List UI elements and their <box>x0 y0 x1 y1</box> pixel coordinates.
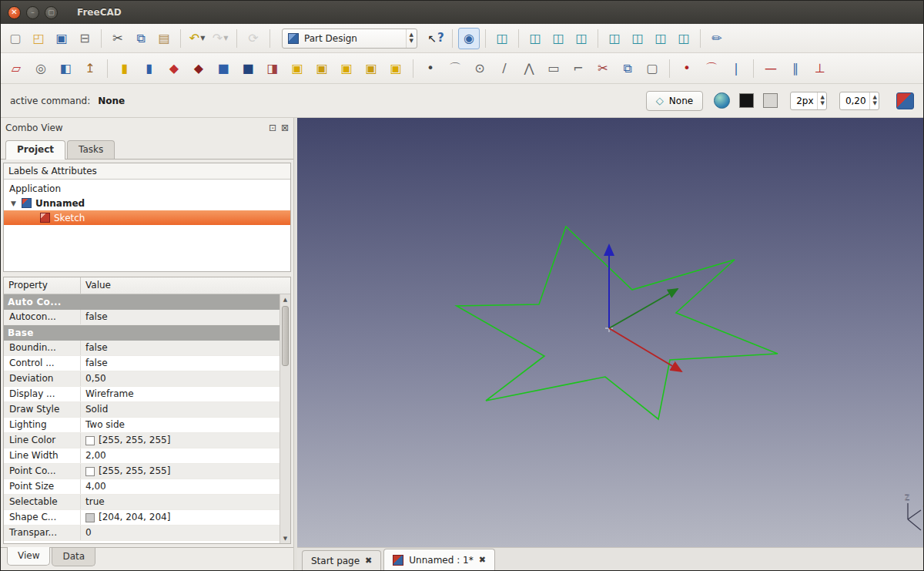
view-isometric-button[interactable]: ◫ <box>491 28 513 49</box>
property-row[interactable]: Line Width2,00 <box>4 448 280 464</box>
tree-item-document[interactable]: ▼ Unnamed <box>4 196 290 210</box>
copy-button[interactable]: ⧉ <box>130 28 152 49</box>
property-value[interactable]: Two side <box>81 418 280 432</box>
property-value[interactable]: 4,00 <box>81 479 280 494</box>
groove-button[interactable]: ◆ <box>187 57 210 80</box>
style-sphere-icon[interactable] <box>714 92 730 109</box>
property-row[interactable]: Draw StyleSolid <box>4 402 280 418</box>
refresh-button[interactable]: ⟳ <box>243 28 264 49</box>
text-scale-spinner[interactable]: 0,20 ▲▼ <box>839 92 879 110</box>
create-rectangle-button[interactable]: ▭ <box>542 57 565 80</box>
window-close-button[interactable]: ✕ <box>8 6 21 19</box>
apply-style-button[interactable] <box>896 92 914 109</box>
toggle-construction-button[interactable]: | <box>725 57 748 80</box>
property-row[interactable]: Line Color[255, 255, 255] <box>4 433 280 448</box>
line-width-spinner-icons[interactable]: ▲▼ <box>817 92 825 109</box>
text-scale-spinner-icons[interactable]: ▲▼ <box>869 92 877 109</box>
close-tab-icon[interactable]: ✖ <box>365 556 372 566</box>
property-value[interactable]: [204, 204, 204] <box>81 510 280 525</box>
scrollbar-track[interactable] <box>280 304 290 533</box>
view-top-button[interactable]: ◫ <box>547 28 569 49</box>
tab-start-page[interactable]: Start page ✖ <box>302 550 381 570</box>
float-panel-icon[interactable]: ⊡ <box>269 123 276 133</box>
property-value[interactable]: Wireframe <box>81 387 280 401</box>
measure-distance-button[interactable]: ✏ <box>706 28 728 49</box>
open-document-button[interactable]: ◰ <box>28 28 49 49</box>
property-row[interactable]: Deviation0,50 <box>4 371 280 387</box>
pad-button[interactable]: ▮ <box>113 57 136 80</box>
tab-data[interactable]: Data <box>52 548 95 566</box>
line-width-spinner[interactable]: 2px ▲▼ <box>790 92 827 110</box>
property-value[interactable]: 0 <box>81 526 280 540</box>
workbench-selector[interactable]: Part Design ▲▼ <box>282 29 417 49</box>
fillet-button[interactable]: ■ <box>212 57 235 80</box>
constrain-coincident-button[interactable]: • <box>675 57 698 80</box>
create-point-button[interactable]: • <box>419 57 442 80</box>
print-document-button[interactable]: ⊟ <box>74 28 95 49</box>
property-row[interactable]: Autocon...false <box>4 310 280 325</box>
property-group-header[interactable]: Auto Co... <box>4 294 280 310</box>
tree-body[interactable]: Application ▼ Unnamed Sketch <box>4 180 290 271</box>
property-scrollbar[interactable]: ▲ ▼ <box>280 294 290 543</box>
combo-view-titlebar[interactable]: Combo View ⊡ ⊠ <box>1 118 293 138</box>
cut-button[interactable]: ✂ <box>107 28 129 49</box>
tree-item-sketch[interactable]: Sketch <box>4 210 290 225</box>
polar-pattern-button[interactable]: ▣ <box>335 57 358 80</box>
3d-viewport[interactable]: Z Y X <box>297 118 923 547</box>
property-value[interactable]: Solid <box>81 402 280 417</box>
tab-view[interactable]: View <box>7 547 50 566</box>
view-right-button[interactable]: ◫ <box>571 28 592 49</box>
save-document-button[interactable]: ▣ <box>51 28 72 49</box>
property-value[interactable]: true <box>81 495 280 509</box>
scaled-button[interactable]: ▣ <box>360 57 383 80</box>
redo-dropdown-icon[interactable]: ▼ <box>223 35 228 42</box>
property-row[interactable]: LightingTwo side <box>4 418 280 433</box>
create-fillet-button[interactable]: ⌐ <box>567 57 590 80</box>
constrain-horizontal-button[interactable]: — <box>759 57 782 80</box>
face-color-swatch[interactable] <box>763 93 778 108</box>
create-arc-button[interactable]: ⌒ <box>444 57 467 80</box>
chamfer-button[interactable]: ■ <box>236 57 259 80</box>
property-value[interactable]: [255, 255, 255] <box>81 464 280 479</box>
property-value[interactable]: false <box>81 341 280 355</box>
mirrored-button[interactable]: ▣ <box>286 57 309 80</box>
view-axonometric-button[interactable]: ◫ <box>673 28 695 49</box>
property-value[interactable]: 2,00 <box>81 448 280 463</box>
property-row[interactable]: Shape C...[204, 204, 204] <box>4 510 280 526</box>
leave-sketch-button[interactable]: ↥ <box>79 57 102 80</box>
scroll-down-icon[interactable]: ▼ <box>283 533 287 543</box>
property-row[interactable]: Selectabletrue <box>4 495 280 510</box>
tab-project[interactable]: Project <box>5 140 65 160</box>
property-row[interactable]: Point Size4,00 <box>4 479 280 495</box>
window-maximize-button[interactable]: ▢ <box>45 6 58 19</box>
window-minimize-button[interactable]: – <box>26 6 39 19</box>
tab-tasks[interactable]: Tasks <box>67 140 115 159</box>
view-rear-button[interactable]: ◫ <box>604 28 625 49</box>
edit-sketch-button[interactable]: ◎ <box>29 57 52 80</box>
fit-all-button[interactable]: ◉ <box>458 28 480 49</box>
whats-this-button[interactable]: ↖ ? <box>425 28 447 49</box>
create-line-button[interactable]: / <box>493 57 516 80</box>
tree-item-application[interactable]: Application <box>4 181 290 196</box>
new-sketch-button[interactable]: ▱ <box>5 57 28 80</box>
property-row[interactable]: Transpar...0 <box>4 526 280 541</box>
property-row[interactable]: Display ...Wireframe <box>4 387 280 402</box>
scroll-up-icon[interactable]: ▲ <box>283 294 287 304</box>
property-row[interactable]: Point Co...[255, 255, 255] <box>4 464 280 479</box>
create-circle-button[interactable]: ⊙ <box>468 57 491 80</box>
multitransform-button[interactable]: ▣ <box>384 57 407 80</box>
titlebar[interactable]: ✕ – ▢ FreeCAD <box>1 1 923 24</box>
external-geometry-button[interactable]: ⧉ <box>616 57 639 80</box>
property-value[interactable]: 0,50 <box>81 371 280 386</box>
line-color-swatch[interactable] <box>739 93 754 108</box>
create-polyline-button[interactable]: ⋀ <box>517 57 541 80</box>
property-row[interactable]: Control ...false <box>4 356 280 371</box>
redo-button[interactable]: ↷▼ <box>209 28 231 49</box>
paste-button[interactable]: ▤ <box>153 28 175 49</box>
property-row[interactable]: Boundin...false <box>4 341 280 356</box>
create-slot-button[interactable]: ▢ <box>641 57 664 80</box>
map-sketch-button[interactable]: ◧ <box>54 57 77 80</box>
view-left-button[interactable]: ◫ <box>650 28 671 49</box>
draft-button[interactable]: ◨ <box>261 57 284 80</box>
revolution-button[interactable]: ◆ <box>162 57 186 80</box>
